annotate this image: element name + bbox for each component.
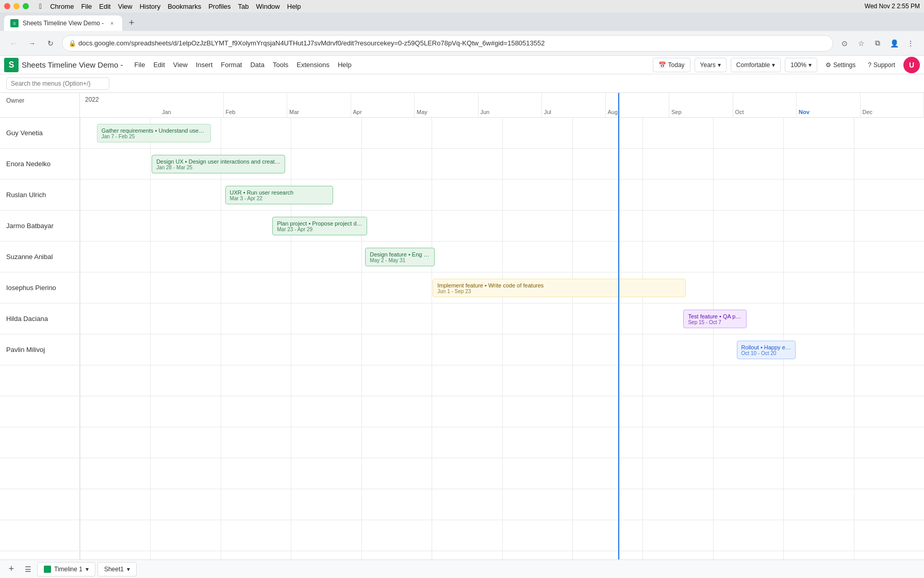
grid-line [291,334,291,365]
timeline-row: Iosephus PierinoImplement feature • Writ… [0,272,924,303]
grid-line [713,334,714,365]
mac-time: Wed Nov 2 2:55 PM [865,3,920,10]
more-menu-icon[interactable]: ⋮ [903,36,918,51]
mac-menu-file[interactable]: File [81,3,92,10]
grid-line [361,334,362,365]
grid-line [713,272,714,303]
profile-icon[interactable]: 👤 [887,36,901,51]
grid-line [642,180,643,210]
new-tab-button[interactable]: + [124,15,139,30]
mac-menu-window[interactable]: Window [256,3,280,10]
comfortable-label: Comfortable [736,61,770,69]
url-text: docs.google.com/spreadsheets/d/1elpOzJzB… [78,39,827,47]
account-icon[interactable]: ⊙ [837,36,852,51]
minimize-button[interactable] [13,3,20,9]
menu-file[interactable]: File [130,59,149,71]
task-title: Plan project • Propose project details t… [277,220,362,227]
tab-sheet1[interactable]: Sheet1 ▾ [97,562,137,576]
task-title: UXR • Run user research [230,189,329,196]
reload-button[interactable]: ↻ [43,36,58,51]
timeline-row-empty [0,520,924,551]
grid-line [150,211,151,241]
grid-line [80,551,80,559]
month-cell-apr: Apr [351,93,415,117]
menu-format[interactable]: Format [217,59,246,71]
active-tab[interactable]: S Sheets Timeline View Demo - × [4,15,122,31]
back-button[interactable]: ← [6,36,21,51]
lock-icon: 🔒 [69,40,76,47]
grid-line [854,427,854,458]
month-cell-mar: Mar [287,93,351,117]
search-input[interactable] [6,77,109,90]
zoom-button[interactable]: 100% ▾ [785,58,817,72]
task-bar[interactable]: Plan project • Propose project details t… [272,217,367,235]
task-bar[interactable]: Design feature • Eng design of featuresM… [365,248,434,266]
grid-line [642,211,643,241]
tab-timeline1[interactable]: Timeline 1 ▾ [37,562,95,576]
grid-line [642,334,643,365]
comfortable-button[interactable]: Comfortable ▾ [731,58,781,72]
menu-edit[interactable]: Edit [149,59,169,71]
grid-line [572,551,573,559]
mac-menu-tab[interactable]: Tab [238,3,249,10]
extensions-icon[interactable]: ⧉ [870,36,885,51]
menu-help[interactable]: Help [334,59,356,71]
grid-line [854,272,854,303]
grid-line [713,489,714,520]
menu-view[interactable]: View [169,59,192,71]
maximize-button[interactable] [23,3,29,9]
task-bar[interactable]: Rollout • Happy end usersOct 10 - Oct 20 [737,341,796,359]
mac-menu-chrome[interactable]: Chrome [50,3,74,10]
owner-cell-empty [0,365,80,396]
close-button[interactable] [4,3,10,9]
menu-tools[interactable]: Tools [269,59,292,71]
timeline-track-empty [80,551,924,559]
window-controls[interactable] [4,3,29,9]
support-icon: ? [868,61,871,69]
bottom-bar: + ☰ Timeline 1 ▾ Sheet1 ▾ [0,559,924,578]
timeline-track-empty [80,427,924,458]
add-sheet-button[interactable]: + [4,562,19,576]
task-bar[interactable]: Implement feature • Write code of featur… [433,279,686,297]
today-button[interactable]: 📅 Today [653,58,690,72]
timeline-row: Jarmo BatbayarPlan project • Propose pro… [0,211,924,242]
tab-close-button[interactable]: × [108,19,116,27]
owner-cell: Hilda Daciana [0,303,80,334]
years-button[interactable]: Years ▾ [695,58,727,72]
mac-menu-view[interactable]: View [118,3,133,10]
mac-menu-edit[interactable]: Edit [99,3,110,10]
grid-line [502,458,503,489]
menu-insert[interactable]: Insert [192,59,217,71]
grid-line [221,303,221,334]
support-button[interactable]: ? Support [864,59,899,71]
menu-data[interactable]: Data [246,59,268,71]
mac-menu-profiles[interactable]: Profiles [208,3,230,10]
star-icon[interactable]: ☆ [854,36,868,51]
grid-line [291,365,291,396]
menu-extensions[interactable]: Extensions [292,59,334,71]
timeline-body[interactable]: Guy VenetiaGather requirements • Underst… [0,118,924,559]
grid-line [361,303,362,334]
sheet-list-button[interactable]: ☰ [21,562,35,576]
forward-button[interactable]: → [25,36,39,51]
user-avatar[interactable]: U [903,57,920,73]
task-bar[interactable]: UXR • Run user researchMar 3 - Apr 22 [225,186,334,204]
settings-button[interactable]: ⚙ Settings [821,59,860,71]
owner-cell-empty [0,520,80,551]
grid-line [80,242,80,272]
grid-line [502,427,503,458]
mac-menu-items: Chrome File Edit View History Bookmarks … [50,3,301,10]
task-bar[interactable]: Design UX • Design user interactions and… [152,155,285,173]
task-bar[interactable]: Test feature • QA pass and dogfoodSep 15… [683,310,747,328]
grid-line [502,180,503,210]
mac-menu-bookmarks[interactable]: Bookmarks [168,3,201,10]
task-bar[interactable]: Gather requirements • Understand user re… [97,124,211,142]
timeline-row-empty [0,458,924,489]
mac-menu-help[interactable]: Help [287,3,301,10]
url-bar[interactable]: 🔒 docs.google.com/spreadsheets/d/1elpOzJ… [62,35,833,52]
grid-line [432,427,432,458]
year-label: 2022 [85,96,99,103]
timeline-track: Design feature • Eng design of featuresM… [80,242,924,272]
years-chevron: ▾ [718,61,721,69]
mac-menu-history[interactable]: History [140,3,160,10]
